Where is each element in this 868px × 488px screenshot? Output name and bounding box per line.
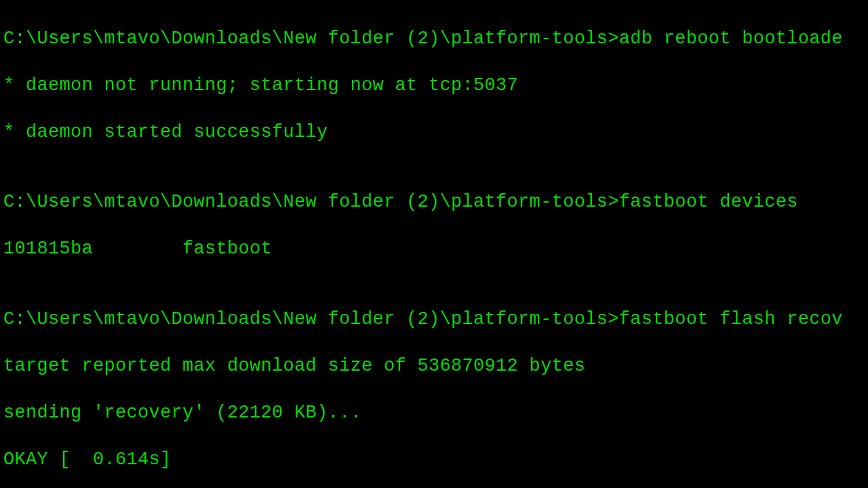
terminal-line: target reported max download size of 536…: [3, 354, 865, 378]
terminal-line: C:\Users\mtavo\Downloads\New folder (2)\…: [3, 190, 865, 214]
terminal-line: * daemon started successfully: [3, 121, 865, 144]
terminal-line: sending 'recovery' (22120 KB)...: [3, 401, 865, 425]
terminal-line: OKAY [ 0.614s]: [3, 448, 865, 472]
terminal-line: C:\Users\mtavo\Downloads\New folder (2)\…: [3, 308, 865, 331]
terminal-line: C:\Users\mtavo\Downloads\New folder (2)\…: [3, 27, 865, 51]
terminal-output[interactable]: C:\Users\mtavo\Downloads\New folder (2)\…: [3, 3, 865, 488]
terminal-line: 101815ba fastboot: [3, 237, 865, 261]
terminal-line: * daemon not running; starting now at tc…: [3, 74, 865, 98]
